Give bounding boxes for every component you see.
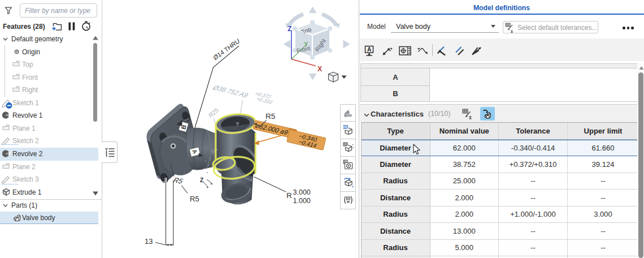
svg-text:A: A: [367, 46, 371, 53]
svg-text:R5: R5: [190, 195, 199, 203]
svg-text:1.000: 1.000: [293, 197, 311, 205]
svg-text:Ø38.752 A9: Ø38.752 A9: [211, 84, 250, 99]
svg-text:R5: R5: [171, 176, 185, 185]
svg-text:Z: Z: [288, 25, 291, 33]
svg-text:Z: Z: [200, 177, 203, 183]
svg-text:R25: R25: [207, 106, 219, 119]
svg-text:+0.310: +0.310: [255, 96, 274, 105]
svg-text:3.000: 3.000: [293, 188, 311, 196]
svg-text:X: X: [317, 65, 322, 73]
svg-text:13: 13: [145, 237, 153, 246]
svg-text:R5: R5: [266, 112, 275, 121]
svg-text:Ø14 THRU: Ø14 THRU: [212, 37, 241, 62]
svg-text:R: R: [286, 191, 292, 200]
svg-text:Y: Y: [304, 41, 308, 48]
